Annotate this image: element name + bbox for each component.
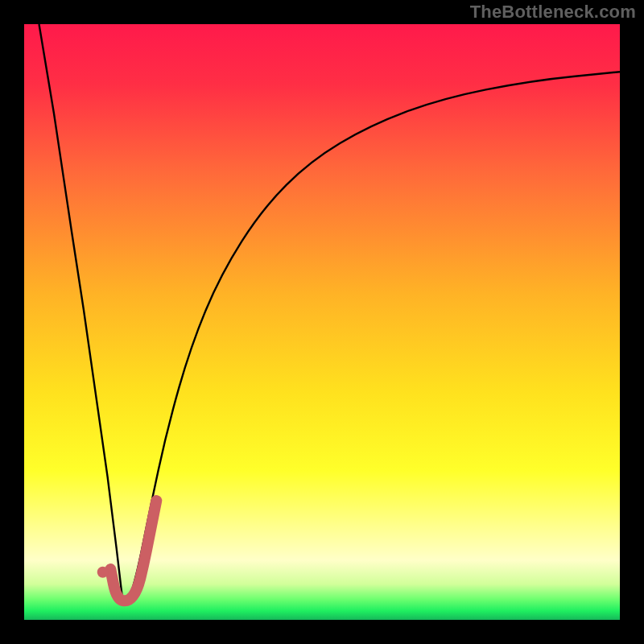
- dot-marker: [97, 567, 109, 578]
- watermark-text: TheBottleneck.com: [470, 2, 636, 23]
- outer-frame: TheBottleneck.com: [0, 0, 644, 644]
- chart-svg: [0, 0, 644, 644]
